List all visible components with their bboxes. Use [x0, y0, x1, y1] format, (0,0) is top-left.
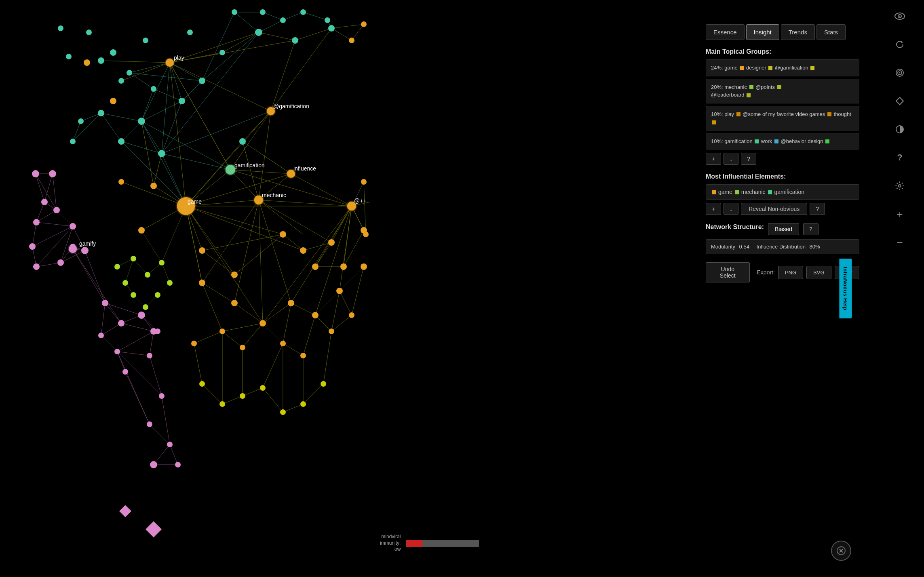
group3-label1: @some of my favorite video games — [743, 111, 827, 117]
svg-point-200 — [260, 9, 266, 15]
export-png-btn[interactable]: PNG — [778, 266, 803, 279]
tab-trends[interactable]: Trends — [781, 24, 815, 40]
target-icon[interactable] — [892, 65, 908, 81]
svg-point-259 — [300, 401, 306, 407]
help-group-btn[interactable]: ? — [741, 153, 756, 165]
svg-point-217 — [58, 25, 63, 31]
zoom-in-icon[interactable]: + — [892, 206, 908, 222]
download-influential-btn[interactable]: ↓ — [724, 203, 738, 215]
influential-actions: + ↓ Reveal Non-obvious ? — [706, 203, 859, 215]
zoom-out-icon[interactable]: − — [892, 234, 908, 251]
network-structure-title: Network Structure: — [706, 223, 764, 231]
svg-point-197 — [328, 25, 335, 32]
network-help-btn[interactable]: ? — [803, 223, 819, 235]
svg-point-229 — [231, 272, 238, 278]
tab-stats[interactable]: Stats — [816, 24, 846, 40]
svg-point-280 — [147, 353, 152, 358]
svg-point-246 — [280, 341, 286, 346]
svg-point-242 — [361, 263, 367, 270]
tab-row: Essence Insight Trends Stats — [706, 24, 859, 40]
undo-select-btn[interactable]: Undo Select — [706, 262, 750, 282]
tab-insight[interactable]: Insight — [746, 24, 779, 40]
svg-line-299 — [148, 263, 162, 275]
close-button[interactable] — [831, 541, 851, 561]
svg-marker-287 — [146, 521, 162, 537]
svg-point-241 — [336, 288, 343, 294]
svg-point-224 — [110, 98, 116, 104]
svg-line-186 — [154, 154, 162, 186]
svg-point-214 — [127, 70, 132, 76]
svg-point-249 — [349, 312, 354, 318]
svg-point-238 — [259, 320, 266, 326]
svg-point-232 — [328, 239, 335, 246]
group2-label1: @points — [755, 84, 776, 90]
svg-line-58 — [202, 200, 259, 283]
svg-line-114 — [154, 89, 182, 101]
svg-line-14 — [170, 63, 271, 111]
svg-point-220 — [110, 49, 116, 56]
network-structure-row: Network Structure: Biased ? — [706, 223, 859, 235]
export-svg-btn[interactable]: SVG — [806, 266, 831, 279]
settings-icon[interactable] — [892, 178, 908, 194]
svg-line-155 — [117, 331, 154, 352]
question-icon[interactable]: ? — [892, 150, 908, 166]
influence-value: 80% — [810, 244, 820, 250]
contrast-icon[interactable] — [892, 121, 908, 137]
inf-color2 — [735, 190, 739, 194]
svg-line-147 — [105, 303, 121, 323]
add-group-btn[interactable]: + — [706, 153, 721, 165]
svg-point-199 — [232, 9, 237, 15]
eye-icon[interactable] — [892, 8, 908, 24]
svg-line-179 — [331, 24, 364, 28]
influential-title: Most Influential Elements: — [706, 173, 859, 180]
svg-line-183 — [243, 141, 291, 174]
svg-line-13 — [291, 174, 352, 206]
svg-point-198 — [219, 50, 225, 55]
svg-line-166 — [117, 352, 150, 424]
svg-point-277 — [98, 333, 104, 338]
svg-point-212 — [199, 78, 205, 84]
svg-line-34 — [222, 32, 259, 53]
svg-line-68 — [243, 323, 263, 347]
svg-line-66 — [194, 331, 222, 343]
add-influential-btn[interactable]: + — [706, 203, 721, 215]
svg-line-59 — [259, 200, 263, 323]
diamond-icon[interactable] — [892, 93, 908, 109]
svg-line-75 — [340, 291, 352, 315]
svg-line-11 — [259, 200, 352, 206]
svg-point-268 — [57, 259, 64, 266]
infranodus-help-tab[interactable]: InfraNodus Help — [840, 259, 852, 318]
svg-point-209 — [138, 118, 145, 125]
svg-line-154 — [101, 335, 117, 352]
svg-point-226 — [118, 179, 124, 185]
help-influential-btn[interactable]: ? — [810, 203, 825, 215]
svg-line-300 — [158, 283, 170, 295]
svg-line-88 — [263, 388, 283, 412]
tab-essence[interactable]: Essence — [706, 24, 745, 40]
svg-line-32 — [170, 40, 295, 63]
reveal-nonobvious-btn[interactable]: Reveal Non-obvious — [741, 203, 807, 215]
svg-point-215 — [118, 138, 124, 145]
svg-point-237 — [231, 300, 238, 306]
svg-point-256 — [240, 393, 245, 399]
group4-text: 10%: gamification — [711, 138, 754, 144]
svg-point-273 — [102, 300, 108, 306]
svg-line-69 — [263, 323, 283, 343]
svg-line-12 — [259, 111, 271, 200]
immunity-fill — [406, 540, 422, 547]
svg-line-99 — [81, 113, 101, 121]
group2-text: 20%: mechanic — [711, 84, 749, 90]
svg-line-78 — [194, 343, 202, 384]
svg-point-207 — [78, 118, 84, 124]
refresh-icon[interactable] — [892, 36, 908, 53]
svg-line-70 — [283, 303, 291, 343]
svg-text:@gamification: @gamification — [273, 103, 309, 110]
svg-line-123 — [259, 20, 283, 32]
svg-point-255 — [219, 401, 225, 407]
svg-point-240 — [312, 312, 319, 318]
svg-point-261 — [32, 170, 39, 177]
group4-label2: @behavior design — [781, 138, 825, 144]
download-group-btn[interactable]: ↓ — [724, 153, 738, 165]
svg-text:game: game — [188, 198, 202, 205]
svg-point-244 — [191, 341, 197, 346]
